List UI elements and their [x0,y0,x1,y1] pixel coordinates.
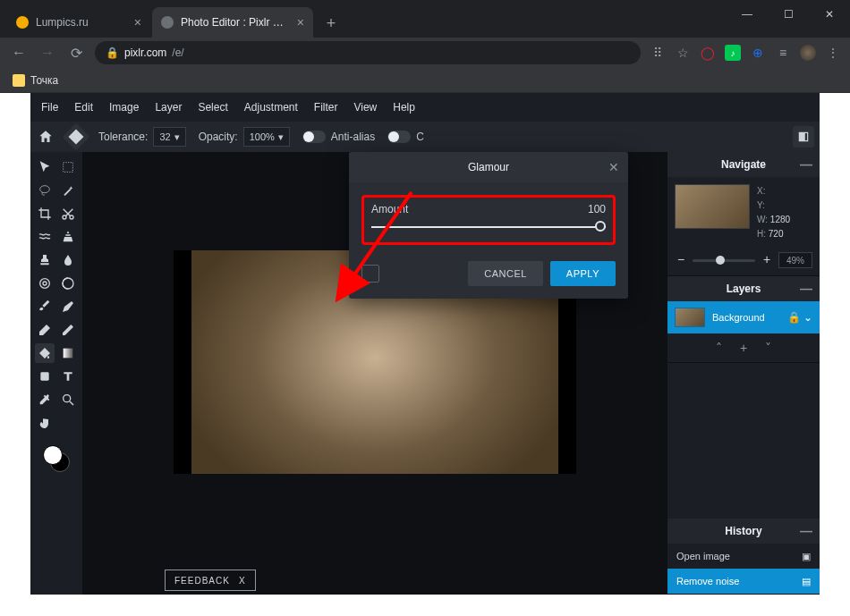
collapse-icon[interactable]: — [800,157,812,172]
url-path: /e/ [172,46,183,59]
menu-adjustment[interactable]: Adjustment [244,101,298,114]
zoom-out-button[interactable]: − [675,254,687,266]
menu-view[interactable]: View [353,101,377,114]
tab-lumpics[interactable]: Lumpics.ru × [7,7,150,38]
navigator-thumbnail[interactable] [675,184,750,229]
chevron-down-icon: ▾ [278,131,284,143]
tab-title: Lumpics.ru [36,16,127,29]
antialias-toggle[interactable] [302,131,326,143]
pencil-tool[interactable] [58,320,78,340]
menu-select[interactable]: Select [198,101,227,114]
pen-tool[interactable] [58,297,78,316]
layer-item[interactable]: Background 🔒 ⌄ [667,301,820,333]
cancel-button[interactable]: CANCEL [468,261,543,286]
reload-button[interactable]: ⟳ [66,45,86,62]
app-menubar: File Edit Image Layer Select Adjustment … [30,93,820,122]
crop-tool[interactable] [35,204,55,224]
menu-layer[interactable]: Layer [155,101,182,114]
marquee-tool[interactable] [58,157,78,177]
wand-tool[interactable] [58,181,78,200]
image-icon: ▣ [802,551,811,562]
collapse-icon[interactable]: — [800,524,812,538]
sponge-tool[interactable] [58,274,78,293]
layer-lock-icon[interactable]: 🔒 ⌄ [787,311,812,324]
menu-filter[interactable]: Filter [314,101,338,114]
heal-tool[interactable] [35,274,55,293]
hand-tool[interactable] [35,413,55,433]
history-panel: History— Open image ▣ Remove noise ▤ [667,519,820,595]
menu-image[interactable]: Image [109,101,139,114]
menu-file[interactable]: File [41,101,58,114]
ext-globe-icon[interactable]: ⊕ [750,45,766,61]
tab-close-icon[interactable]: × [134,16,141,29]
layer-down-icon[interactable]: ˅ [765,341,771,355]
navigate-panel: Navigate— X: Y: W: 1280 H: 720 − + 49% [667,152,820,276]
zoom-in-button[interactable]: + [761,254,773,266]
translate-icon[interactable]: ⠿ [650,45,666,61]
lasso-tool[interactable] [35,181,55,200]
brush-tool[interactable] [35,297,55,316]
ext-opera-icon[interactable]: ◯ [700,45,716,61]
collapse-icon[interactable]: — [800,282,812,296]
history-item[interactable]: Remove noise ▤ [667,569,820,594]
home-icon[interactable] [38,129,54,145]
star-icon[interactable]: ☆ [675,45,691,61]
menu-help[interactable]: Help [393,101,415,114]
eyedropper-tool[interactable] [35,390,55,409]
new-tab-button[interactable]: + [319,11,344,36]
maximize-button[interactable]: ☐ [768,0,809,29]
feedback-close-icon[interactable]: X [239,576,246,586]
filter-icon: ▤ [802,576,811,587]
eraser-tool[interactable] [35,320,55,340]
tolerance-select[interactable]: 32▾ [153,127,185,147]
browser-tabstrip: Lumpics.ru × Photo Editor : Pixlr E - fr… [0,0,850,38]
zoom-tool[interactable] [58,390,78,409]
dialog-close-icon[interactable]: ✕ [608,160,619,174]
apply-button[interactable]: APPLY [550,261,616,286]
feedback-button[interactable]: FEEDBACK X [165,570,256,591]
pointer-tool[interactable] [35,157,55,177]
ext-list-icon[interactable]: ≡ [775,45,791,61]
liquify-tool[interactable] [35,227,55,247]
tab-pixlr[interactable]: Photo Editor : Pixlr E - free image… × [152,7,313,38]
bookmark-item[interactable]: Точка [30,74,58,87]
back-button[interactable]: ← [9,45,29,61]
menu-edit[interactable]: Edit [74,101,93,114]
history-item[interactable]: Open image ▣ [667,544,820,569]
compare-toggle-icon[interactable] [361,265,379,283]
contiguous-toggle[interactable] [387,131,411,143]
blur-tool[interactable] [58,250,78,270]
layer-up-icon[interactable]: ˄ [716,341,722,355]
address-bar: ← → ⟳ 🔒 pixlr.com/e/ ⠿ ☆ ◯ ♪ ⊕ ≡ ⋮ [0,38,850,68]
favicon-icon [161,16,174,29]
cut-tool[interactable] [58,204,78,224]
tab-close-icon[interactable]: × [297,16,304,29]
text-tool[interactable] [58,367,78,386]
clone-tool[interactable] [58,227,78,247]
layer-add-icon[interactable]: + [740,341,747,355]
color-swatch[interactable] [43,445,70,472]
profile-avatar[interactable] [800,45,816,61]
antialias-label: Anti-alias [331,131,375,143]
zoom-slider[interactable] [693,259,755,262]
shape-tool[interactable] [35,367,55,386]
opacity-select[interactable]: 100%▾ [243,127,290,147]
minimize-button[interactable]: — [727,0,768,29]
dialog-title: Glamour [468,161,509,173]
close-window-button[interactable]: ✕ [809,0,850,29]
ext-green-icon[interactable]: ♪ [725,45,741,61]
svg-rect-0 [64,163,73,173]
amount-slider[interactable] [371,221,606,233]
url-field[interactable]: 🔒 pixlr.com/e/ [95,41,641,64]
history-label: Remove noise [676,576,739,586]
toggle-rightpanel-button[interactable] [793,126,814,148]
fill-tool[interactable] [35,343,55,363]
slider-thumb-icon[interactable] [595,221,606,232]
zoom-value[interactable]: 49% [778,252,812,268]
stamp-tool[interactable] [35,250,55,270]
layer-name: Background [712,312,765,323]
gradient-tool[interactable] [58,343,78,363]
kebab-menu-icon[interactable]: ⋮ [825,45,841,61]
current-tool-icon [62,122,89,150]
forward-button[interactable]: → [38,45,57,61]
